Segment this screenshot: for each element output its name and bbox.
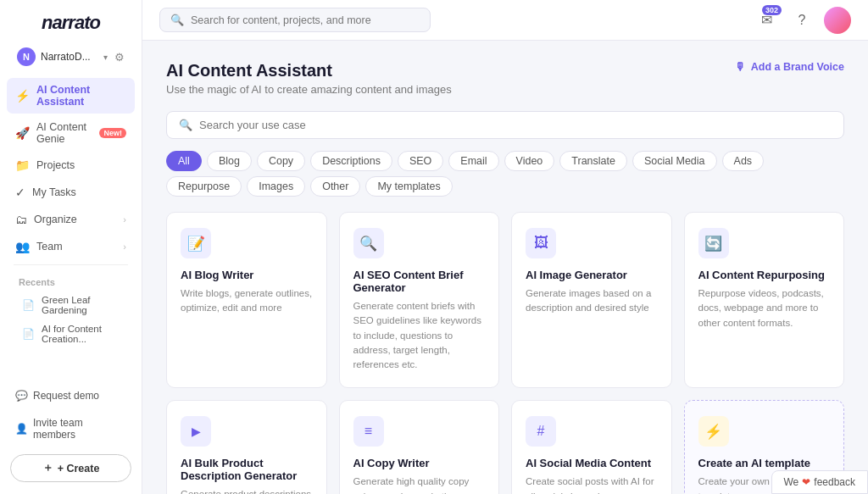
- card-desc: Create social posts with AI for all soci…: [526, 475, 658, 494]
- filter-tab-video[interactable]: Video: [504, 151, 555, 171]
- request-demo-button[interactable]: 💬 Request demo: [7, 385, 135, 407]
- card-title: AI Blog Writer: [181, 269, 313, 281]
- search-input[interactable]: [191, 14, 420, 26]
- filter-tab-repurpose[interactable]: Repurpose: [166, 176, 242, 197]
- request-demo-label: Request demo: [33, 390, 99, 402]
- team-icon: 👥: [15, 240, 30, 253]
- filter-tab-copy[interactable]: Copy: [257, 151, 305, 171]
- sidebar-item-ai-content-assistant[interactable]: ⚡ AI Content Assistant: [7, 78, 135, 114]
- card-ai-content-repurposing[interactable]: 🔄 AI Content Repurposing Repurpose video…: [684, 212, 845, 388]
- sidebar-nav: ⚡ AI Content Assistant 🚀 AI Content Geni…: [0, 75, 142, 376]
- filter-tab-email[interactable]: Email: [448, 151, 498, 171]
- sidebar-item-label: Team: [36, 241, 63, 253]
- recents-item-label: Green Leaf Gardening: [42, 295, 120, 315]
- card-ai-bulk-product[interactable]: ▶ AI Bulk Product Description Generator …: [166, 400, 327, 494]
- organize-icon: 🗂: [15, 213, 27, 226]
- notification-badge: 302: [762, 5, 782, 15]
- card-ai-social-media[interactable]: # AI Social Media Content Create social …: [511, 400, 672, 494]
- card-title: AI Bulk Product Description Generator: [181, 457, 313, 482]
- main-content: 🔍 ✉ 302 ? AI Content Assistant Use the m…: [142, 0, 868, 494]
- global-search[interactable]: 🔍: [159, 8, 431, 32]
- sidebar-item-team[interactable]: 👥 Team ›: [7, 234, 135, 259]
- card-icon: ≡: [353, 416, 384, 447]
- person-icon: 👤: [15, 423, 28, 435]
- filter-tab-ads[interactable]: Ads: [722, 151, 765, 171]
- filter-tab-blog[interactable]: Blog: [207, 151, 252, 171]
- card-ai-image-generator[interactable]: 🖼 AI Image Generator Generate images bas…: [511, 212, 672, 388]
- logo-text: narrato: [42, 12, 100, 34]
- card-title: AI SEO Content Brief Generator: [353, 269, 486, 294]
- sidebar-item-projects[interactable]: 📁 Projects: [7, 153, 135, 178]
- chevron-down-icon: ▾: [103, 53, 108, 62]
- sidebar-item-organize[interactable]: 🗂 Organize ›: [7, 207, 135, 232]
- recents-section: Recents 📄 Green Leaf Gardening 📄 AI for …: [7, 270, 135, 355]
- page-title: AI Content Assistant: [166, 61, 452, 80]
- card-ai-copy-writer[interactable]: ≡ AI Copy Writer Generate high quality c…: [339, 400, 500, 494]
- feedback-label: feedback: [814, 476, 855, 488]
- filter-tab-all[interactable]: All: [166, 151, 202, 171]
- card-title: AI Social Media Content: [526, 457, 658, 469]
- page-subtitle: Use the magic of AI to create amazing co…: [166, 83, 452, 96]
- card-title: Create an AI template: [698, 457, 831, 469]
- demo-icon: 💬: [15, 390, 28, 402]
- card-ai-seo-brief[interactable]: 🔍 AI SEO Content Brief Generator Generat…: [339, 212, 500, 388]
- search-icon: 🔍: [179, 119, 192, 131]
- use-case-search-input[interactable]: [199, 119, 832, 131]
- gear-icon[interactable]: ⚙: [114, 51, 125, 64]
- recents-item-green-leaf[interactable]: 📄 Green Leaf Gardening: [17, 291, 125, 319]
- filter-tab-social-media[interactable]: Social Media: [632, 151, 717, 171]
- card-icon: 🔍: [353, 228, 384, 258]
- sidebar-item-ai-content-genie[interactable]: 🚀 AI Content Genie New!: [7, 115, 135, 151]
- page-header: AI Content Assistant Use the magic of AI…: [166, 61, 844, 96]
- card-icon: ▶: [181, 416, 211, 447]
- sidebar-item-label: AI Content Genie: [36, 121, 91, 145]
- card-title: AI Image Generator: [526, 269, 658, 281]
- sidebar-item-my-tasks[interactable]: ✓ My Tasks: [7, 180, 135, 205]
- card-desc: Generate high quality copy using popular…: [353, 475, 486, 494]
- cards-row-2: ▶ AI Bulk Product Description Generator …: [166, 400, 844, 494]
- mail-icon-button[interactable]: ✉ 302: [753, 7, 780, 34]
- account-name: NarratoD...: [41, 51, 98, 63]
- doc-icon: 📄: [22, 328, 35, 340]
- card-icon: #: [526, 416, 556, 447]
- cards-row-1: 📝 AI Blog Writer Write blogs, generate o…: [166, 212, 844, 388]
- create-button[interactable]: ＋ + Create: [10, 454, 131, 482]
- filter-tab-descriptions[interactable]: Descriptions: [310, 151, 392, 171]
- filter-tab-images[interactable]: Images: [247, 176, 305, 197]
- help-icon-button[interactable]: ?: [788, 7, 815, 34]
- invite-team-label: Invite team members: [33, 417, 126, 441]
- filter-tab-my-templates[interactable]: My templates: [365, 176, 452, 197]
- sidebar: narrato N NarratoD... ▾ ⚙ ⚡ AI Content A…: [0, 0, 142, 494]
- user-avatar[interactable]: [824, 7, 851, 34]
- feedback-bar[interactable]: We ❤ feedback: [771, 470, 869, 494]
- search-icon: 🔍: [170, 14, 184, 26]
- recents-item-label: AI for Content Creation...: [42, 324, 120, 344]
- logo: narrato: [0, 0, 142, 42]
- chevron-right-icon: ›: [123, 241, 126, 252]
- card-desc: Generate images based on a description a…: [526, 286, 658, 316]
- card-title: AI Content Repurposing: [698, 269, 831, 281]
- card-icon: 📝: [181, 228, 211, 258]
- sidebar-item-label: Organize: [34, 214, 77, 225]
- checkmark-icon: ✓: [15, 186, 25, 199]
- lightning-icon: ⚡: [15, 89, 30, 103]
- filter-tab-translate[interactable]: Translate: [559, 151, 627, 171]
- topbar-right: ✉ 302 ?: [753, 7, 851, 34]
- invite-team-button[interactable]: 👤 Invite team members: [7, 412, 135, 446]
- card-desc: Generate product descriptions of up to 1…: [181, 487, 313, 494]
- account-switcher[interactable]: N NarratoD... ▾ ⚙: [7, 42, 135, 71]
- sidebar-item-label: Projects: [36, 159, 75, 171]
- filter-tab-other[interactable]: Other: [310, 176, 360, 197]
- sidebar-item-label: My Tasks: [32, 186, 76, 198]
- filter-tab-seo[interactable]: SEO: [398, 151, 443, 171]
- add-brand-voice-button[interactable]: 🎙 Add a Brand Voice: [735, 61, 844, 73]
- card-ai-blog-writer[interactable]: 📝 AI Blog Writer Write blogs, generate o…: [166, 212, 327, 388]
- sidebar-divider: [14, 264, 128, 265]
- doc-icon: 📄: [22, 299, 35, 311]
- recents-title: Recents: [17, 277, 125, 287]
- recents-item-ai-content[interactable]: 📄 AI for Content Creation...: [17, 319, 125, 348]
- use-case-search[interactable]: 🔍: [166, 111, 844, 139]
- card-desc: Write blogs, generate outlines, optimize…: [181, 286, 313, 316]
- sidebar-item-label: AI Content Assistant: [36, 84, 126, 108]
- chevron-right-icon: ›: [123, 214, 126, 225]
